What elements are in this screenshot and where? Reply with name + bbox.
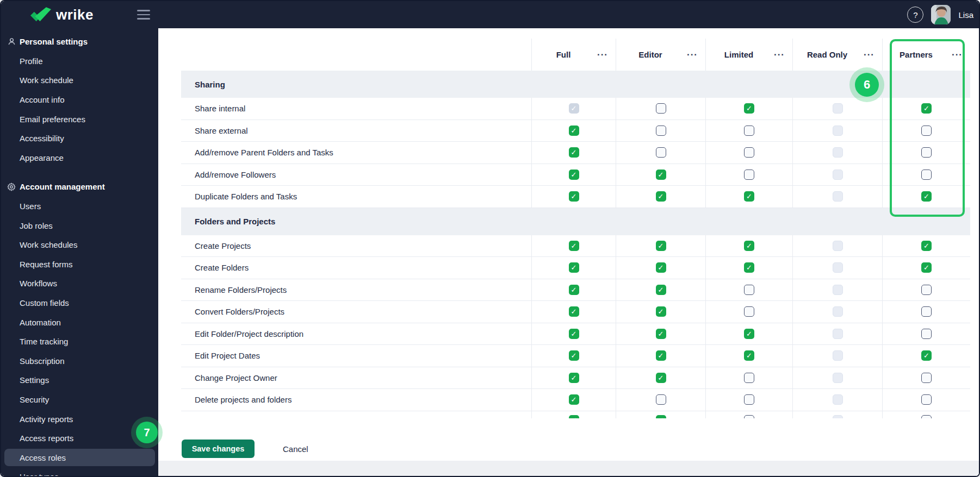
permission-checkbox-checked[interactable]	[656, 262, 666, 273]
help-button[interactable]: ?	[907, 7, 923, 23]
sidebar-section-personal-settings[interactable]: Personal settings	[1, 32, 158, 52]
cancel-button[interactable]: Cancel	[283, 444, 308, 454]
permission-checkbox-checked[interactable]	[744, 350, 754, 361]
permission-checkbox-checked[interactable]	[569, 285, 579, 295]
checkbox-cell	[882, 142, 970, 164]
permission-checkbox-checked[interactable]	[656, 350, 666, 361]
permission-checkbox-checked[interactable]	[744, 329, 754, 339]
permission-checkbox-unchecked[interactable]	[744, 147, 754, 158]
checkbox-cell	[792, 323, 882, 345]
menu-toggle-button[interactable]	[137, 10, 150, 20]
user-name[interactable]: Lisa	[958, 10, 973, 20]
permission-checkbox-checked[interactable]	[569, 306, 579, 317]
sidebar-item-request-forms[interactable]: Request forms	[1, 255, 158, 274]
permission-checkbox-checked[interactable]	[656, 285, 666, 295]
permission-checkbox-unchecked[interactable]	[744, 125, 754, 136]
permission-checkbox-unchecked[interactable]	[921, 415, 932, 418]
permission-checkbox-unchecked[interactable]	[744, 285, 754, 295]
column-header-limited[interactable]: Limited···	[705, 39, 792, 71]
permission-checkbox-checked[interactable]	[569, 147, 579, 158]
permission-checkbox-unchecked[interactable]	[921, 394, 932, 405]
permission-checkbox-checked[interactable]	[569, 373, 579, 383]
permission-checkbox-checked[interactable]	[569, 350, 579, 361]
permission-checkbox-checked[interactable]	[921, 191, 932, 202]
permission-checkbox-checked[interactable]	[921, 241, 932, 251]
permission-checkbox-checked[interactable]	[656, 415, 666, 418]
sidebar-item-email-preferences[interactable]: Email preferences	[1, 109, 158, 129]
permission-checkbox-unchecked[interactable]	[921, 373, 932, 383]
sidebar-item-access-roles[interactable]: Access roles	[1, 448, 158, 467]
permission-checkbox-checked[interactable]	[656, 306, 666, 317]
permission-checkbox-checked[interactable]	[569, 329, 579, 339]
permission-checkbox-unchecked[interactable]	[744, 394, 754, 405]
permission-checkbox-unchecked[interactable]	[744, 306, 754, 317]
column-menu-icon[interactable]: ···	[687, 52, 698, 58]
permission-checkbox-unchecked[interactable]	[921, 285, 932, 295]
sidebar-item-work-schedules[interactable]: Work schedules	[1, 235, 158, 255]
logo-text: wrike	[56, 6, 94, 23]
permission-checkbox-checked[interactable]	[921, 103, 932, 114]
sidebar-item-security[interactable]: Security	[1, 390, 158, 410]
permission-checkbox-unchecked[interactable]	[921, 170, 932, 180]
permission-checkbox-checked[interactable]	[656, 329, 666, 339]
sidebar-item-appearance[interactable]: Appearance	[1, 148, 158, 168]
permission-checkbox-unchecked[interactable]	[921, 125, 932, 136]
column-header-read-only[interactable]: Read Only···	[792, 39, 882, 71]
permission-checkbox-unchecked[interactable]	[921, 147, 932, 158]
column-menu-icon[interactable]: ···	[774, 52, 785, 58]
permission-checkbox-checked[interactable]	[569, 262, 579, 273]
column-header-partners[interactable]: Partners···	[882, 39, 970, 71]
sidebar-item-users[interactable]: Users	[1, 197, 158, 216]
column-menu-icon[interactable]: ···	[864, 52, 874, 58]
permission-checkbox-unchecked[interactable]	[656, 147, 666, 158]
permission-checkbox-disabled	[833, 170, 843, 180]
save-changes-button[interactable]: Save changes	[182, 440, 255, 458]
sidebar-item-accessibility[interactable]: Accessibility	[1, 129, 158, 148]
sidebar-section-account-management[interactable]: Account management	[1, 177, 158, 197]
permission-checkbox-checked[interactable]	[569, 191, 579, 202]
avatar[interactable]	[931, 5, 951, 24]
permission-checkbox-checked[interactable]	[744, 241, 754, 251]
column-header-editor[interactable]: Editor···	[616, 39, 705, 71]
permission-checkbox-checked[interactable]	[744, 103, 754, 114]
sidebar-item-workflows[interactable]: Workflows	[1, 274, 158, 293]
sidebar-item-automation[interactable]: Automation	[1, 312, 158, 332]
permission-checkbox-unchecked[interactable]	[744, 373, 754, 383]
permission-checkbox-checked[interactable]	[569, 415, 579, 418]
permission-checkbox-checked[interactable]	[569, 170, 579, 180]
sidebar-item-custom-fields[interactable]: Custom fields	[1, 293, 158, 313]
permission-checkbox-unchecked[interactable]	[656, 125, 666, 136]
permission-checkbox-checked[interactable]	[569, 394, 579, 405]
permission-checkbox-unchecked[interactable]	[921, 306, 932, 317]
permission-checkbox-checked[interactable]	[656, 373, 666, 383]
sidebar-item-job-roles[interactable]: Job roles	[1, 216, 158, 235]
permission-checkbox-checked[interactable]	[744, 262, 754, 273]
permission-checkbox-unchecked[interactable]	[656, 103, 666, 114]
bottom-strip	[158, 461, 979, 476]
permission-checkbox-checked[interactable]	[921, 350, 932, 361]
sidebar-item-settings[interactable]: Settings	[1, 371, 158, 390]
permission-label: Change Project Owner	[181, 367, 531, 389]
permission-checkbox-unchecked[interactable]	[744, 170, 754, 180]
permission-checkbox-checked[interactable]	[744, 191, 754, 202]
permission-checkbox-checked[interactable]	[656, 170, 666, 180]
column-menu-icon[interactable]: ···	[597, 52, 608, 58]
permission-checkbox-unchecked[interactable]	[921, 329, 932, 339]
sidebar-item-work-schedule[interactable]: Work schedule	[1, 71, 158, 90]
sidebar-item-subscription[interactable]: Subscription	[1, 352, 158, 371]
column-menu-icon[interactable]: ···	[952, 52, 963, 58]
permission-checkbox-checked[interactable]	[656, 241, 666, 251]
sidebar-item-user-types[interactable]: User types	[1, 467, 158, 476]
sidebar-item-account-info[interactable]: Account info	[1, 90, 158, 110]
wrike-logo[interactable]: wrike	[30, 6, 94, 23]
column-header-full[interactable]: Full···	[531, 39, 616, 71]
permission-checkbox-checked[interactable]	[921, 262, 932, 273]
permission-checkbox-disabled	[833, 285, 843, 295]
permission-checkbox-checked[interactable]	[656, 191, 666, 202]
permission-checkbox-unchecked[interactable]	[744, 415, 754, 418]
permission-checkbox-checked[interactable]	[569, 241, 579, 251]
permission-checkbox-checked[interactable]	[569, 125, 579, 136]
permission-checkbox-unchecked[interactable]	[656, 394, 666, 405]
sidebar-item-profile[interactable]: Profile	[1, 52, 158, 71]
sidebar-item-time-tracking[interactable]: Time tracking	[1, 332, 158, 352]
